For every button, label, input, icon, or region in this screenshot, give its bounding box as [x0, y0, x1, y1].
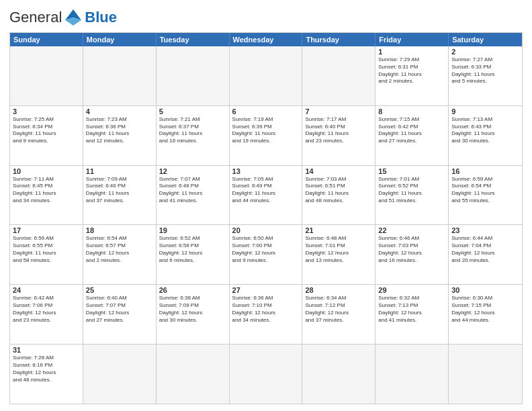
calendar-cell: [230, 46, 303, 105]
day-number: 9: [451, 107, 519, 116]
calendar-cell: 25Sunrise: 6:40 AM Sunset: 7:07 PM Dayli…: [83, 285, 157, 344]
calendar-cell: 14Sunrise: 7:03 AM Sunset: 6:51 PM Dayli…: [302, 166, 375, 225]
calendar: SundayMondayTuesdayWednesdayThursdayFrid…: [9, 32, 523, 404]
calendar-cell: 8Sunrise: 7:15 AM Sunset: 6:42 PM Daylig…: [375, 106, 449, 165]
calendar-cell: 30Sunrise: 6:30 AM Sunset: 7:15 PM Dayli…: [449, 285, 522, 344]
calendar-row-5: 31Sunrise: 7:28 AM Sunset: 8:16 PM Dayli…: [10, 344, 522, 404]
calendar-cell: 16Sunrise: 6:59 AM Sunset: 6:54 PM Dayli…: [449, 166, 522, 225]
day-number: 15: [378, 167, 445, 175]
day-info: Sunrise: 7:17 AM Sunset: 6:40 PM Dayligh…: [305, 116, 372, 145]
day-info: Sunrise: 7:29 AM Sunset: 6:31 PM Dayligh…: [378, 56, 445, 85]
calendar-cell: 20Sunrise: 6:50 AM Sunset: 7:00 PM Dayli…: [230, 225, 303, 284]
day-info: Sunrise: 6:38 AM Sunset: 7:09 PM Dayligh…: [159, 295, 226, 324]
day-number: 10: [13, 167, 80, 175]
calendar-cell: [157, 46, 230, 105]
calendar-cell: 21Sunrise: 6:48 AM Sunset: 7:01 PM Dayli…: [302, 225, 375, 284]
day-info: Sunrise: 6:54 AM Sunset: 6:57 PM Dayligh…: [86, 235, 153, 264]
calendar-cell: 4Sunrise: 7:23 AM Sunset: 6:36 PM Daylig…: [83, 106, 157, 165]
calendar-cell: 18Sunrise: 6:54 AM Sunset: 6:57 PM Dayli…: [83, 225, 157, 284]
day-info: Sunrise: 7:03 AM Sunset: 6:51 PM Dayligh…: [305, 176, 372, 205]
calendar-cell: 23Sunrise: 6:44 AM Sunset: 7:04 PM Dayli…: [449, 225, 522, 284]
page: General Blue SundayMondayTuesdayWednesda…: [0, 0, 532, 411]
day-info: Sunrise: 7:09 AM Sunset: 6:46 PM Dayligh…: [86, 176, 153, 205]
day-number: 3: [13, 107, 80, 116]
day-number: 5: [159, 107, 226, 116]
day-number: 13: [232, 167, 300, 175]
calendar-cell: 1Sunrise: 7:29 AM Sunset: 6:31 PM Daylig…: [375, 46, 449, 105]
day-number: 22: [378, 226, 445, 234]
day-info: Sunrise: 7:05 AM Sunset: 6:49 PM Dayligh…: [232, 176, 300, 205]
day-info: Sunrise: 6:30 AM Sunset: 7:15 PM Dayligh…: [451, 295, 519, 324]
day-info: Sunrise: 6:48 AM Sunset: 7:01 PM Dayligh…: [305, 235, 372, 264]
day-info: Sunrise: 7:21 AM Sunset: 6:37 PM Dayligh…: [159, 116, 226, 145]
day-info: Sunrise: 7:27 AM Sunset: 6:33 PM Dayligh…: [451, 56, 519, 85]
header-cell-thursday: Thursday: [302, 33, 375, 46]
header-cell-saturday: Saturday: [449, 33, 522, 46]
day-number: 1: [378, 48, 445, 56]
day-info: Sunrise: 6:52 AM Sunset: 6:58 PM Dayligh…: [159, 235, 226, 264]
day-number: 12: [159, 167, 226, 175]
day-info: Sunrise: 7:07 AM Sunset: 6:48 PM Dayligh…: [159, 176, 226, 205]
calendar-cell: [157, 345, 230, 404]
day-info: Sunrise: 7:15 AM Sunset: 6:42 PM Dayligh…: [378, 116, 445, 145]
day-info: Sunrise: 6:46 AM Sunset: 7:03 PM Dayligh…: [378, 235, 445, 264]
day-info: Sunrise: 7:19 AM Sunset: 6:39 PM Dayligh…: [232, 116, 300, 145]
day-number: 27: [232, 286, 300, 294]
logo-icon: [62, 7, 84, 28]
day-info: Sunrise: 7:28 AM Sunset: 8:16 PM Dayligh…: [13, 355, 80, 383]
calendar-row-0: 1Sunrise: 7:29 AM Sunset: 6:31 PM Daylig…: [10, 46, 522, 105]
day-number: 18: [86, 226, 153, 234]
header: General Blue: [9, 7, 523, 28]
header-cell-monday: Monday: [83, 33, 157, 46]
calendar-cell: [10, 46, 83, 105]
calendar-cell: 15Sunrise: 7:01 AM Sunset: 6:52 PM Dayli…: [375, 166, 449, 225]
calendar-cell: 12Sunrise: 7:07 AM Sunset: 6:48 PM Dayli…: [157, 166, 230, 225]
calendar-cell: 26Sunrise: 6:38 AM Sunset: 7:09 PM Dayli…: [157, 285, 230, 344]
calendar-cell: 6Sunrise: 7:19 AM Sunset: 6:39 PM Daylig…: [230, 106, 303, 165]
calendar-row-3: 17Sunrise: 6:56 AM Sunset: 6:55 PM Dayli…: [10, 224, 522, 284]
day-number: 17: [13, 226, 80, 234]
calendar-cell: 29Sunrise: 6:32 AM Sunset: 7:13 PM Dayli…: [375, 285, 449, 344]
day-number: 6: [232, 107, 300, 116]
day-info: Sunrise: 7:25 AM Sunset: 6:34 PM Dayligh…: [13, 116, 80, 145]
day-number: 20: [232, 226, 300, 234]
day-number: 2: [451, 48, 519, 56]
day-number: 8: [378, 107, 445, 116]
day-info: Sunrise: 7:11 AM Sunset: 6:45 PM Dayligh…: [13, 176, 80, 205]
day-number: 24: [13, 286, 80, 294]
calendar-cell: [375, 345, 449, 404]
logo-area: General Blue: [9, 7, 117, 28]
calendar-cell: 11Sunrise: 7:09 AM Sunset: 6:46 PM Dayli…: [83, 166, 157, 225]
calendar-cell: [230, 345, 303, 404]
day-number: 16: [451, 167, 519, 175]
day-info: Sunrise: 6:50 AM Sunset: 7:00 PM Dayligh…: [232, 235, 300, 264]
calendar-cell: 10Sunrise: 7:11 AM Sunset: 6:45 PM Dayli…: [10, 166, 83, 225]
calendar-cell: [302, 46, 375, 105]
calendar-cell: [83, 345, 157, 404]
day-number: 25: [86, 286, 153, 294]
calendar-cell: [449, 345, 522, 404]
day-info: Sunrise: 6:42 AM Sunset: 7:06 PM Dayligh…: [13, 295, 80, 324]
calendar-cell: 28Sunrise: 6:34 AM Sunset: 7:12 PM Dayli…: [302, 285, 375, 344]
logo: General Blue: [9, 7, 117, 28]
calendar-row-4: 24Sunrise: 6:42 AM Sunset: 7:06 PM Dayli…: [10, 284, 522, 344]
day-info: Sunrise: 6:56 AM Sunset: 6:55 PM Dayligh…: [13, 235, 80, 264]
day-number: 14: [305, 167, 372, 175]
day-info: Sunrise: 6:34 AM Sunset: 7:12 PM Dayligh…: [305, 295, 372, 324]
calendar-row-2: 10Sunrise: 7:11 AM Sunset: 6:45 PM Dayli…: [10, 165, 522, 225]
calendar-cell: [302, 345, 375, 404]
header-cell-wednesday: Wednesday: [230, 33, 303, 46]
logo-text-blue: Blue: [85, 9, 117, 26]
calendar-cell: [83, 46, 157, 105]
day-info: Sunrise: 7:01 AM Sunset: 6:52 PM Dayligh…: [378, 176, 445, 205]
day-info: Sunrise: 7:13 AM Sunset: 6:43 PM Dayligh…: [451, 116, 519, 145]
day-number: 19: [159, 226, 226, 234]
day-info: Sunrise: 6:59 AM Sunset: 6:54 PM Dayligh…: [451, 176, 519, 205]
day-number: 31: [13, 346, 80, 354]
day-info: Sunrise: 6:40 AM Sunset: 7:07 PM Dayligh…: [86, 295, 153, 324]
calendar-body: 1Sunrise: 7:29 AM Sunset: 6:31 PM Daylig…: [10, 46, 522, 404]
calendar-row-1: 3Sunrise: 7:25 AM Sunset: 6:34 PM Daylig…: [10, 105, 522, 165]
day-number: 26: [159, 286, 226, 294]
calendar-cell: 5Sunrise: 7:21 AM Sunset: 6:37 PM Daylig…: [157, 106, 230, 165]
day-info: Sunrise: 6:32 AM Sunset: 7:13 PM Dayligh…: [378, 295, 445, 324]
